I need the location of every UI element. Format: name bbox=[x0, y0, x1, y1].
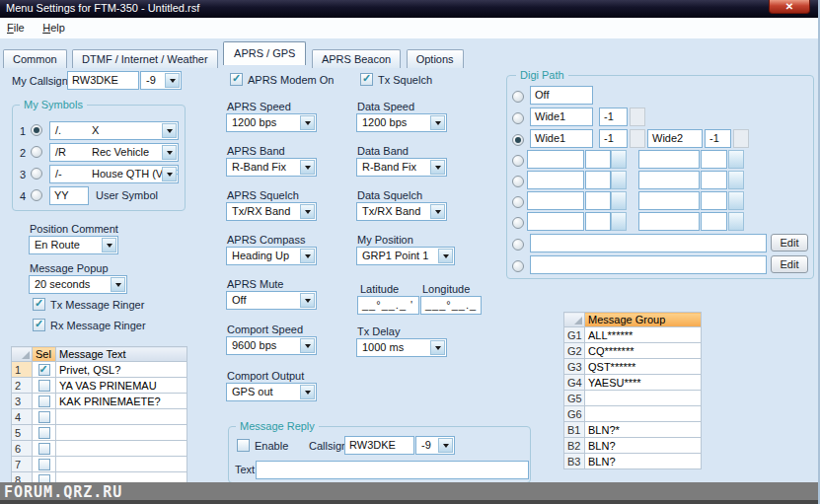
chevron-down-icon[interactable] bbox=[611, 191, 627, 210]
digi-path-6-ssid1[interactable] bbox=[585, 191, 611, 210]
user-symbol-field[interactable]: YY bbox=[49, 186, 89, 205]
digi-path-4-ssid1[interactable] bbox=[585, 150, 611, 169]
chevron-down-icon[interactable] bbox=[300, 338, 315, 353]
chevron-down-icon[interactable] bbox=[611, 212, 627, 231]
comport-speed-select[interactable]: 9600 bps bbox=[226, 336, 317, 355]
tab-aprs-gps[interactable]: APRS / GPS bbox=[223, 41, 306, 65]
digi-path-5-radio[interactable] bbox=[512, 176, 524, 187]
data-speed-select[interactable]: 1200 bps bbox=[356, 113, 447, 132]
select-all-corner[interactable] bbox=[12, 347, 33, 362]
digi-path-7-field2[interactable] bbox=[638, 212, 700, 231]
sel-checkbox[interactable] bbox=[38, 364, 50, 376]
digi-path-2-field[interactable]: Wide1 bbox=[530, 108, 593, 126]
digi-path-7-ssid1[interactable] bbox=[585, 212, 611, 231]
symbol-2-select[interactable]: /R Rec Vehicle bbox=[49, 143, 179, 162]
tab-aprs-beacon[interactable]: APRS Beacon bbox=[312, 49, 401, 68]
menu-file[interactable]: File bbox=[0, 18, 32, 36]
group-id[interactable]: G3 bbox=[564, 359, 585, 375]
digi-path-3-field1[interactable]: Wide1 bbox=[530, 129, 593, 148]
chevron-down-icon[interactable] bbox=[102, 238, 116, 252]
digi-path-7-radio[interactable] bbox=[512, 217, 524, 229]
group-id[interactable]: G6 bbox=[564, 406, 585, 422]
digi-path-6-field1[interactable] bbox=[527, 191, 584, 210]
group-text-cell[interactable] bbox=[585, 391, 702, 406]
digi-path-6-ssid2[interactable] bbox=[701, 191, 727, 210]
my-position-select[interactable]: GRP1 Point 1 bbox=[356, 247, 455, 265]
chevron-down-icon[interactable] bbox=[728, 171, 744, 189]
digi-path-6-field2[interactable] bbox=[638, 191, 700, 210]
chevron-down-icon[interactable] bbox=[430, 204, 445, 219]
chevron-down-icon[interactable] bbox=[300, 385, 315, 399]
digi-path-8-radio[interactable] bbox=[512, 239, 524, 251]
digi-path-8-field[interactable] bbox=[530, 234, 767, 252]
symbol-1-select[interactable]: /. X bbox=[49, 121, 179, 140]
group-id[interactable]: G2 bbox=[564, 343, 585, 359]
sel-checkbox[interactable] bbox=[38, 380, 50, 392]
longitude-field[interactable]: ___°__._ ' bbox=[420, 296, 482, 315]
group-id[interactable]: G5 bbox=[564, 391, 585, 406]
digi-path-4-ssid2[interactable] bbox=[701, 150, 727, 169]
aprs-squelch-select[interactable]: Tx/RX Band bbox=[226, 202, 317, 221]
group-id[interactable]: G4 bbox=[564, 375, 585, 391]
digi-path-5-ssid1[interactable] bbox=[585, 171, 611, 189]
row-number[interactable]: 3 bbox=[12, 394, 33, 409]
sel-checkbox[interactable] bbox=[38, 459, 50, 470]
chevron-down-icon[interactable] bbox=[438, 249, 453, 263]
digi-path-7-ssid2[interactable] bbox=[701, 212, 727, 231]
chevron-down-icon[interactable] bbox=[728, 212, 744, 231]
digi-path-2-ssid[interactable]: -1 bbox=[599, 108, 628, 126]
group-id[interactable]: B1 bbox=[564, 422, 585, 438]
message-reply-ssid-select[interactable]: -9 bbox=[415, 436, 455, 455]
message-text-cell[interactable] bbox=[56, 409, 187, 425]
symbol-1-radio[interactable] bbox=[31, 124, 42, 136]
sel-checkbox[interactable] bbox=[38, 396, 50, 407]
digi-path-2-radio[interactable] bbox=[512, 112, 524, 124]
message-group-header[interactable]: Message Group bbox=[585, 313, 702, 327]
position-comment-select[interactable]: En Route bbox=[29, 236, 118, 254]
message-text-cell[interactable]: YA VAS PRINEMAU bbox=[56, 378, 187, 394]
message-popup-select[interactable]: 20 seconds bbox=[29, 275, 127, 294]
data-squelch-select[interactable]: Tx/RX Band bbox=[356, 202, 447, 221]
digi-path-5-field1[interactable] bbox=[527, 171, 584, 189]
chevron-down-icon[interactable] bbox=[430, 340, 445, 355]
digi-path-1-radio[interactable] bbox=[512, 91, 524, 103]
chevron-down-icon[interactable] bbox=[165, 73, 180, 88]
row-number[interactable]: 6 bbox=[12, 441, 33, 457]
digi-path-7-field1[interactable] bbox=[527, 212, 584, 231]
digi-path-4-field2[interactable] bbox=[638, 150, 700, 169]
digi-path-5-field2[interactable] bbox=[638, 171, 700, 189]
sel-checkbox[interactable] bbox=[38, 443, 50, 455]
digi-path-3-radio[interactable] bbox=[512, 134, 524, 146]
digi-path-3-ssid1[interactable]: -1 bbox=[599, 129, 628, 148]
aprs-compass-select[interactable]: Heading Up bbox=[226, 247, 317, 265]
group-text-cell[interactable]: BLN? bbox=[585, 454, 702, 469]
comport-output-select[interactable]: GPS out bbox=[226, 383, 317, 401]
my-callsign-field[interactable]: RW3DKE bbox=[67, 71, 139, 90]
row-number[interactable]: 4 bbox=[12, 409, 33, 425]
aprs-speed-select[interactable]: 1200 bps bbox=[226, 113, 317, 132]
chevron-down-icon[interactable] bbox=[430, 160, 445, 175]
group-text-cell[interactable]: BLN?* bbox=[585, 422, 702, 438]
chevron-down-icon[interactable] bbox=[162, 167, 177, 181]
message-reply-enable-checkbox[interactable] bbox=[237, 439, 250, 452]
tab-dtmf-internet-weather[interactable]: DTMF / Internet / Weather bbox=[72, 49, 218, 68]
chevron-down-icon[interactable] bbox=[300, 204, 315, 219]
symbol-4-radio[interactable] bbox=[31, 189, 42, 201]
group-text-cell[interactable]: BLN? bbox=[585, 438, 702, 454]
message-reply-callsign-field[interactable]: RW3DKE bbox=[344, 436, 414, 455]
chevron-down-icon[interactable] bbox=[111, 277, 125, 292]
title-bar[interactable]: Menu Settings for FTM-350 - Untitled.rsf… bbox=[0, 0, 820, 18]
data-band-select[interactable]: R-Band Fix bbox=[356, 158, 447, 177]
chevron-down-icon[interactable] bbox=[162, 145, 177, 160]
group-text-cell[interactable]: ALL****** bbox=[585, 327, 702, 343]
chevron-down-icon[interactable] bbox=[728, 150, 744, 169]
tx-message-ringer-checkbox[interactable] bbox=[33, 298, 45, 311]
message-text-cell[interactable] bbox=[56, 457, 187, 472]
tx-squelch-checkbox[interactable] bbox=[360, 73, 373, 86]
digi-path-8-edit-button[interactable]: Edit bbox=[771, 234, 808, 252]
message-text-cell[interactable]: KAK PRINEMAETE? bbox=[56, 394, 187, 409]
symbol-2-radio[interactable] bbox=[31, 146, 42, 158]
sel-column-header[interactable]: Sel bbox=[33, 347, 56, 362]
row-number[interactable]: 7 bbox=[12, 457, 33, 472]
digi-path-3-ssid2[interactable]: -1 bbox=[705, 129, 731, 148]
